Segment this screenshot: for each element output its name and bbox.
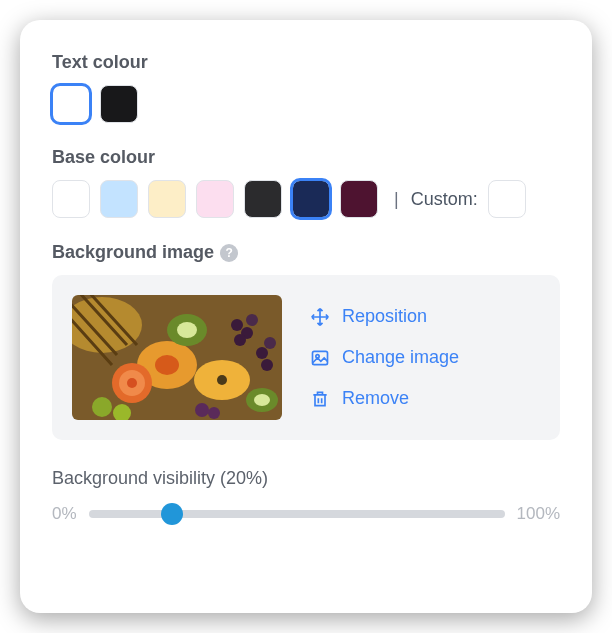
svg-point-16 — [264, 337, 276, 349]
text-colour-swatch[interactable] — [100, 85, 138, 123]
svg-point-13 — [234, 334, 246, 346]
base-colour-swatches: |Custom: — [52, 180, 560, 218]
swatch-divider: | — [394, 189, 399, 210]
svg-point-3 — [155, 355, 179, 375]
svg-point-14 — [246, 314, 258, 326]
visibility-slider-row: 0% 100% — [52, 503, 560, 525]
text-colour-swatch[interactable] — [52, 85, 90, 123]
svg-point-11 — [231, 319, 243, 331]
background-image-label: Background image ? — [52, 242, 560, 263]
custom-colour-label: Custom: — [411, 189, 478, 210]
svg-point-8 — [217, 375, 227, 385]
svg-point-6 — [127, 378, 137, 388]
base-colour-label: Base colour — [52, 147, 560, 168]
svg-point-23 — [208, 407, 220, 419]
background-image-label-text: Background image — [52, 242, 214, 263]
reposition-label: Reposition — [342, 306, 427, 327]
move-icon — [310, 307, 330, 327]
slider-max-label: 100% — [517, 504, 560, 524]
help-icon[interactable]: ? — [220, 244, 238, 262]
slider-thumb[interactable] — [161, 503, 183, 525]
base-colour-swatch[interactable] — [292, 180, 330, 218]
base-colour-swatch[interactable] — [100, 180, 138, 218]
visibility-label: Background visibility (20%) — [52, 468, 560, 489]
base-colour-swatch[interactable] — [52, 180, 90, 218]
slider-min-label: 0% — [52, 504, 77, 524]
custom-colour-swatch[interactable] — [488, 180, 526, 218]
appearance-panel: Text colour Base colour |Custom: Backgro… — [20, 20, 592, 613]
background-image-thumbnail[interactable] — [72, 295, 282, 420]
remove-button[interactable]: Remove — [310, 388, 459, 409]
base-colour-swatch[interactable] — [244, 180, 282, 218]
background-image-actions: Reposition Change image Remove — [310, 306, 459, 409]
base-colour-swatch[interactable] — [148, 180, 186, 218]
reposition-button[interactable]: Reposition — [310, 306, 459, 327]
background-image-box: Reposition Change image Remove — [52, 275, 560, 440]
svg-point-17 — [261, 359, 273, 371]
trash-icon — [310, 389, 330, 409]
change-image-label: Change image — [342, 347, 459, 368]
svg-point-10 — [177, 322, 197, 338]
image-icon — [310, 348, 330, 368]
base-colour-swatch[interactable] — [196, 180, 234, 218]
svg-point-18 — [92, 397, 112, 417]
text-colour-label: Text colour — [52, 52, 560, 73]
remove-label: Remove — [342, 388, 409, 409]
change-image-button[interactable]: Change image — [310, 347, 459, 368]
visibility-slider[interactable] — [89, 503, 505, 525]
text-colour-swatches — [52, 85, 560, 123]
svg-point-22 — [195, 403, 209, 417]
svg-point-21 — [254, 394, 270, 406]
slider-track — [89, 510, 505, 518]
base-colour-swatch[interactable] — [340, 180, 378, 218]
svg-point-15 — [256, 347, 268, 359]
